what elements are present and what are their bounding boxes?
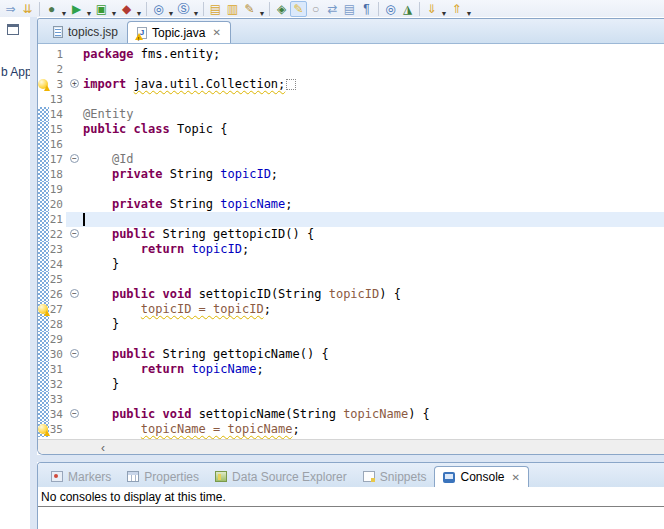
code-line-body[interactable]: return topicID;: [66, 242, 664, 257]
code-line[interactable]: 33: [38, 392, 664, 407]
code-line-body[interactable]: private String topicName;: [66, 197, 664, 212]
code-line[interactable]: 25: [38, 272, 664, 287]
checkout-icon-dropdown[interactable]: ▼: [440, 10, 448, 17]
code-line-body[interactable]: [66, 392, 664, 407]
code-line-body[interactable]: return topicName;: [66, 362, 664, 377]
next-annotation-icon[interactable]: ⇒: [2, 1, 19, 17]
code-line[interactable]: 23 return topicID;: [38, 242, 664, 257]
fold-collapse-icon[interactable]: −: [70, 229, 79, 238]
quickfix-warning-icon[interactable]: [38, 79, 48, 89]
code-text[interactable]: public String gettopicID() {: [83, 227, 314, 242]
commit-icon-dropdown[interactable]: ▼: [465, 10, 473, 17]
profile-icon[interactable]: ◆: [118, 1, 135, 17]
code-text[interactable]: public class Topic {: [83, 122, 228, 137]
restore-view-button[interactable]: [7, 24, 19, 35]
code-line-body[interactable]: }: [66, 377, 664, 392]
fold-collapse-icon[interactable]: −: [70, 289, 79, 298]
collapsed-region-icon[interactable]: [286, 79, 296, 90]
fold-collapse-icon[interactable]: −: [70, 409, 79, 418]
code-line-body[interactable]: [66, 212, 664, 227]
code-text[interactable]: private String topicName;: [83, 197, 293, 212]
code-line[interactable]: 15public class Topic {: [38, 122, 664, 137]
annotate-icon[interactable]: ✎: [241, 1, 258, 17]
web-service-icon[interactable]: Ⓢ: [175, 1, 192, 17]
code-line[interactable]: 30− public String gettopicName() {: [38, 347, 664, 362]
code-text[interactable]: import java.util.Collection;: [83, 77, 296, 92]
new-wizard-icon[interactable]: ◈: [273, 1, 290, 17]
code-line[interactable]: 21: [38, 212, 664, 227]
code-text[interactable]: }: [83, 257, 119, 272]
code-line-body[interactable]: [66, 62, 664, 77]
commit-icon[interactable]: ⇑: [448, 1, 465, 17]
run-icon-dropdown[interactable]: ▼: [85, 10, 93, 17]
web-browser-icon-dropdown[interactable]: ▼: [167, 10, 175, 17]
java-source-editor[interactable]: 1package fms.entity;23+import java.util.…: [38, 44, 664, 439]
tab-topic-java[interactable]: J Topic.java ✕: [127, 21, 231, 43]
debug-icon[interactable]: ●: [43, 1, 60, 17]
debug-icon-dropdown[interactable]: ▼: [60, 10, 68, 17]
code-line[interactable]: 20 private String topicName;: [38, 197, 664, 212]
coverage-icon-dropdown[interactable]: ▼: [110, 10, 118, 17]
code-line-body[interactable]: topicName = topicName;: [66, 422, 664, 437]
code-line[interactable]: 32 }: [38, 377, 664, 392]
highlighter-icon[interactable]: ✎: [290, 1, 307, 17]
code-line[interactable]: 29: [38, 332, 664, 347]
code-text[interactable]: topicID = topicID;: [83, 302, 271, 317]
build-all-icon[interactable]: ⇊: [19, 1, 36, 17]
outline-icon[interactable]: ▤: [341, 1, 358, 17]
web-browser-icon[interactable]: ◎: [150, 1, 167, 17]
code-text[interactable]: }: [83, 317, 119, 332]
code-line[interactable]: 28 }: [38, 317, 664, 332]
code-line[interactable]: 19: [38, 182, 664, 197]
code-text[interactable]: @Entity: [83, 107, 134, 122]
web-icon[interactable]: ◎: [382, 1, 399, 17]
code-line[interactable]: 35 topicName = topicName;: [38, 422, 664, 437]
code-text[interactable]: private String topicID;: [83, 167, 278, 182]
code-line-body[interactable]: @Entity: [66, 107, 664, 122]
checkout-icon[interactable]: ⇓: [423, 1, 440, 17]
code-line-body[interactable]: [66, 332, 664, 347]
show-whitespace-icon[interactable]: ¶: [358, 1, 375, 17]
horizontal-scrollbar[interactable]: ‹: [38, 439, 664, 455]
code-line-body[interactable]: topicID = topicID;: [66, 302, 664, 317]
quickfix-warning-icon[interactable]: [38, 424, 48, 434]
code-line[interactable]: 14@Entity: [38, 107, 664, 122]
bottom-tab-markers[interactable]: Markers: [43, 466, 119, 487]
code-line[interactable]: 17− @Id: [38, 152, 664, 167]
code-text[interactable]: package fms.entity;: [83, 47, 220, 62]
code-line-body[interactable]: [66, 92, 664, 107]
close-tab-icon[interactable]: ✕: [212, 27, 220, 38]
code-line[interactable]: 18 private String topicID;: [38, 167, 664, 182]
close-tab-icon[interactable]: ✕: [512, 472, 520, 483]
code-line-body[interactable]: − public String gettopicID() {: [66, 227, 664, 242]
code-line[interactable]: 24 }: [38, 257, 664, 272]
code-line-body[interactable]: − public void settopicName(String topicN…: [66, 407, 664, 422]
code-line[interactable]: 3+import java.util.Collection;: [38, 77, 664, 92]
open-file-icon[interactable]: ▤: [207, 1, 224, 17]
annotate-icon-dropdown[interactable]: ▼: [258, 10, 266, 17]
code-text[interactable]: return topicName;: [83, 362, 264, 377]
code-line[interactable]: 26− public void settopicID(String topicI…: [38, 287, 664, 302]
code-line[interactable]: 31 return topicName;: [38, 362, 664, 377]
fold-collapse-icon[interactable]: −: [70, 349, 79, 358]
code-text[interactable]: public void settopicName(String topicNam…: [83, 407, 430, 422]
bottom-tab-console[interactable]: Console✕: [434, 466, 528, 487]
code-line-body[interactable]: − public String gettopicName() {: [66, 347, 664, 362]
code-line-body[interactable]: public class Topic {: [66, 122, 664, 137]
code-line-body[interactable]: }: [66, 317, 664, 332]
code-text[interactable]: @Id: [83, 152, 134, 167]
code-line[interactable]: 34− public void settopicName(String topi…: [38, 407, 664, 422]
coverage-icon[interactable]: ▣: [93, 1, 110, 17]
code-line[interactable]: 16: [38, 137, 664, 152]
folder-icon[interactable]: ▥: [224, 1, 241, 17]
code-text[interactable]: topicName = topicName;: [83, 422, 300, 437]
tab-topics-jsp[interactable]: topics.jsp: [44, 21, 127, 43]
code-line-body[interactable]: [66, 137, 664, 152]
fold-collapse-icon[interactable]: −: [70, 154, 79, 163]
code-text[interactable]: }: [83, 377, 119, 392]
bottom-tab-data-source-explorer[interactable]: Data Source Explorer: [207, 466, 355, 487]
code-text[interactable]: public void settopicID(String topicID) {: [83, 287, 401, 302]
bottom-tab-snippets[interactable]: Snippets: [355, 466, 435, 487]
last-edit-icon[interactable]: ○: [307, 1, 324, 17]
run-icon[interactable]: ▶: [68, 1, 85, 17]
